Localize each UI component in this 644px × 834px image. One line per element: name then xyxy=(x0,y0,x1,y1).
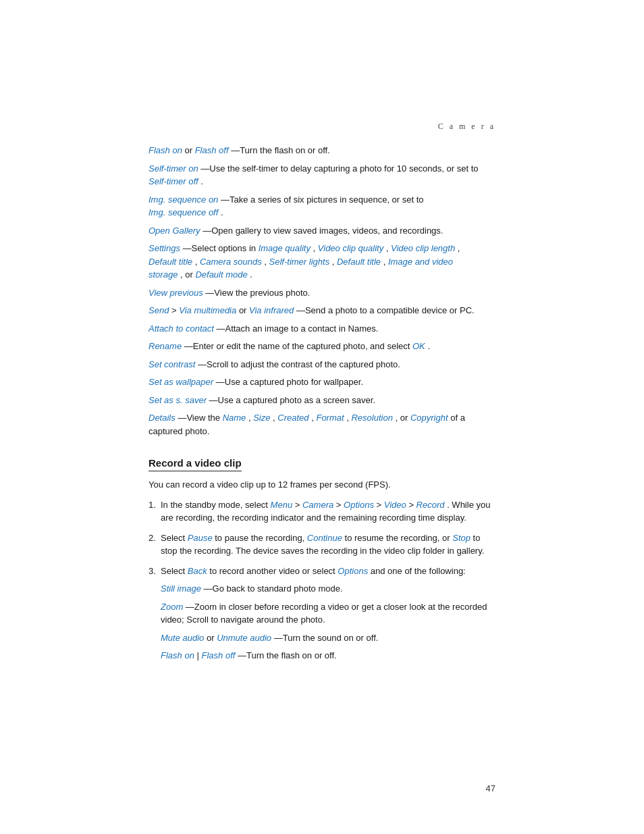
link-pause: Pause xyxy=(188,533,213,543)
text-details-or: , or xyxy=(396,413,410,423)
sub-entry-flash: Flash on | Flash off —Turn the flash on … xyxy=(161,649,495,662)
step1-text1: In the standby mode, select xyxy=(161,500,271,510)
link-record: Record xyxy=(417,500,445,510)
link-image-video-storage: Image and video xyxy=(388,257,453,267)
link-options2: Options xyxy=(338,566,368,576)
step1-arrow3: > xyxy=(377,500,384,510)
link-flash-on2: Flash on xyxy=(161,650,194,660)
link-set-as-wallpaper: Set as wallpaper xyxy=(149,377,213,387)
text-mute-or: or xyxy=(207,633,217,643)
text-rename2: . xyxy=(427,341,430,351)
steps-list: In the standby mode, select Menu > Camer… xyxy=(149,498,495,662)
link-name: Name xyxy=(223,413,246,423)
step3-text2: to record another video or select xyxy=(209,566,338,576)
link-created: Created xyxy=(277,413,308,423)
link-ok: OK xyxy=(412,341,425,351)
text-img-seq2: . xyxy=(221,207,223,217)
text-mute: —Turn the sound on or off. xyxy=(274,633,379,643)
text-send: —Send a photo to a compatible device or … xyxy=(296,305,475,315)
link-img-sequence-on: Img. sequence on xyxy=(149,194,218,205)
link-via-infrared: Via infrared xyxy=(249,305,294,315)
comma6: , xyxy=(332,257,337,267)
link-self-timer-on: Self-timer on xyxy=(149,163,198,174)
entry-open-gallery: Open Gallery —Open gallery to view saved… xyxy=(149,224,495,238)
sub-entry-zoom: Zoom —Zoom in closer before recording a … xyxy=(161,600,495,627)
link-options: Options xyxy=(344,500,374,510)
entry-set-contrast: Set contrast —Scroll to adjust the contr… xyxy=(149,358,495,371)
step2-text1: Select xyxy=(161,533,188,543)
text-flash-separator: | xyxy=(197,650,199,660)
text-send-arrow: > xyxy=(171,305,179,315)
link-image-quality: Image quality xyxy=(259,243,311,253)
link-unmute-audio: Unmute audio xyxy=(217,633,271,643)
text-or: or xyxy=(185,145,195,155)
comma7: , xyxy=(383,257,388,267)
text-settings-or: , or xyxy=(180,269,195,280)
text-self-timer2: . xyxy=(200,176,203,186)
comma3: , xyxy=(458,243,460,253)
chapter-title: C a m e r a xyxy=(438,122,495,131)
entry-set-as-saver: Set as s. saver —Use a captured photo as… xyxy=(149,394,495,407)
link-camera: Camera xyxy=(302,500,333,510)
link-storage: storage xyxy=(149,269,178,280)
link-copyright: Copyright xyxy=(410,413,448,423)
link-settings: Settings xyxy=(149,243,180,253)
link-default-title1: Default title xyxy=(149,257,192,267)
text-set-contrast: —Scroll to adjust the contrast of the ca… xyxy=(198,359,400,369)
link-video-clip-quality: Video clip quality xyxy=(318,243,383,253)
link-rename: Rename xyxy=(149,341,182,351)
link-resolution: Resolution xyxy=(351,413,392,423)
link-camera-sounds: Camera sounds xyxy=(200,257,262,267)
link-self-timer-off: Self-timer off xyxy=(149,176,198,186)
section-intro: You can record a video clip up to 12 fra… xyxy=(149,478,495,492)
comma2: , xyxy=(386,243,391,253)
text-view-previous: —View the previous photo. xyxy=(205,288,310,298)
text-wallpaper: —Use a captured photo for wallpaper. xyxy=(216,377,363,387)
text-still-image: —Go back to standard photo mode. xyxy=(204,583,343,594)
link-flash-off2: Flash off xyxy=(202,650,236,660)
section-record-video: Record a video clip You can record a vid… xyxy=(149,442,495,662)
content-block: Flash on or Flash off —Turn the flash on… xyxy=(149,144,495,438)
text-open-gallery: —Open gallery to view saved images, vide… xyxy=(203,226,443,236)
link-details: Details xyxy=(149,413,176,423)
text-self-timer1: —Use the self-timer to delay capturing a… xyxy=(200,163,478,174)
link-open-gallery: Open Gallery xyxy=(149,226,200,236)
link-img-sequence-off: Img. sequence off xyxy=(149,207,218,217)
step2-text2: to pause the recording, xyxy=(215,533,307,543)
step-3: Select Back to record another video or s… xyxy=(149,565,495,662)
link-menu: Menu xyxy=(271,500,293,510)
text-flash: —Turn the flash on or off. xyxy=(231,145,330,155)
entry-send: Send > Via multimedia or Via infrared —S… xyxy=(149,304,495,317)
link-attach-to-contact: Attach to contact xyxy=(149,323,214,334)
entry-flash: Flash on or Flash off —Turn the flash on… xyxy=(149,144,495,157)
step1-arrow2: > xyxy=(336,500,344,510)
text-zoom: —Zoom in closer before recording a video… xyxy=(161,602,487,625)
text-settings1: —Select options in xyxy=(183,243,259,253)
link-set-as-saver: Set as s. saver xyxy=(149,395,207,405)
text-img-seq1: —Take a series of six pictures in sequen… xyxy=(221,194,424,205)
text-saver: —Use a captured photo as a screen saver. xyxy=(209,395,375,405)
sub-entry-still-image: Still image —Go back to standard photo m… xyxy=(161,582,495,596)
comma5: , xyxy=(264,257,269,267)
page: C a m e r a Flash on or Flash off —Turn … xyxy=(0,0,644,834)
link-view-previous: View previous xyxy=(149,288,203,298)
sub-entry-mute-audio: Mute audio or Unmute audio —Turn the sou… xyxy=(161,631,495,645)
link-via-multimedia: Via multimedia xyxy=(179,305,236,315)
chapter-header: C a m e r a xyxy=(149,122,495,132)
link-still-image: Still image xyxy=(161,583,201,594)
link-flash-off: Flash off xyxy=(195,145,229,155)
link-video-clip-length: Video clip length xyxy=(391,243,455,253)
link-video: Video xyxy=(384,500,406,510)
entry-rename: Rename —Enter or edit the name of the ca… xyxy=(149,340,495,353)
step3-text1: Select xyxy=(161,566,188,576)
link-zoom: Zoom xyxy=(161,602,183,612)
link-default-mode: Default mode xyxy=(195,269,247,280)
step1-arrow1: > xyxy=(295,500,302,510)
link-self-timer-lights: Self-timer lights xyxy=(269,257,330,267)
step-2: Select Pause to pause the recording, Con… xyxy=(149,531,495,558)
link-set-contrast: Set contrast xyxy=(149,359,195,369)
link-send: Send xyxy=(149,305,169,315)
link-size: Size xyxy=(253,413,270,423)
text-attach: —Attach an image to a contact in Names. xyxy=(216,323,378,334)
entry-set-as-wallpaper: Set as wallpaper —Use a captured photo f… xyxy=(149,375,495,389)
